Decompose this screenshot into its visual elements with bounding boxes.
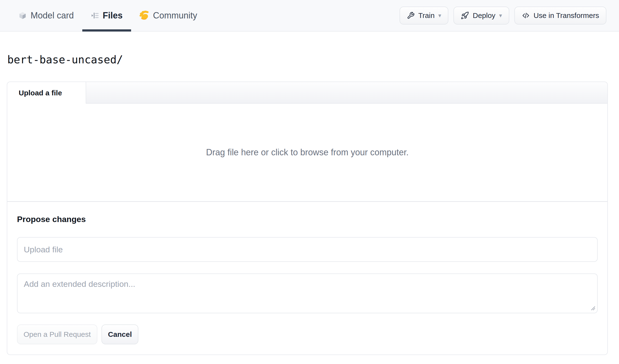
upload-card-tab-strip: Upload a file — [7, 82, 607, 104]
tab-label: Files — [103, 10, 123, 21]
button-label: Deploy — [473, 11, 495, 20]
resize-handle-icon[interactable] — [590, 306, 596, 311]
form-actions-row: Open a Pull Request Cancel — [17, 324, 598, 344]
rocket-icon — [461, 11, 469, 20]
button-label: Use in Transformers — [534, 11, 599, 20]
code-icon — [522, 11, 530, 20]
file-dropzone[interactable]: Drag file here or click to browse from y… — [7, 104, 607, 202]
top-nav: Model card Files — [0, 0, 619, 31]
propose-changes-section: Propose changes Open a Pull Request Canc… — [7, 202, 607, 354]
extended-description-textarea[interactable] — [17, 273, 598, 313]
tab-model-card[interactable]: Model card — [10, 0, 82, 31]
tab-label: Community — [153, 10, 197, 21]
description-field-wrapper — [17, 273, 598, 313]
use-in-transformers-button[interactable]: Use in Transformers — [514, 7, 606, 25]
file-versions-icon — [91, 11, 99, 20]
repo-tabs: Model card Files — [10, 0, 206, 31]
wrench-icon — [407, 12, 415, 19]
upload-file-name-input[interactable] — [17, 237, 598, 262]
tab-label: Model card — [31, 10, 74, 21]
open-pull-request-button[interactable]: Open a Pull Request — [17, 324, 97, 344]
tab-upload-a-file[interactable]: Upload a file — [7, 82, 86, 104]
upload-file-card: Upload a file Drag file here or click to… — [7, 82, 608, 355]
caret-down-icon: ▾ — [438, 13, 441, 18]
repo-path-breadcrumb[interactable]: bert-base-uncased/ — [7, 53, 123, 66]
tab-community[interactable]: Community — [131, 0, 206, 31]
dropzone-hint-text: Drag file here or click to browse from y… — [206, 147, 408, 157]
active-tab-underline — [82, 29, 131, 31]
cancel-button[interactable]: Cancel — [101, 324, 138, 344]
caret-down-icon: ▾ — [499, 13, 502, 18]
train-button[interactable]: Train ▾ — [400, 7, 448, 25]
waving-hand-icon — [140, 11, 149, 20]
button-label: Train — [418, 11, 435, 20]
main-content: bert-base-uncased/ Upload a file Drag fi… — [0, 31, 619, 355]
tab-files[interactable]: Files — [82, 0, 131, 31]
deploy-button[interactable]: Deploy ▾ — [453, 7, 509, 25]
cube-icon — [18, 11, 27, 20]
propose-changes-heading: Propose changes — [17, 214, 598, 224]
repo-actions: Train ▾ Deploy ▾ — [400, 0, 606, 31]
